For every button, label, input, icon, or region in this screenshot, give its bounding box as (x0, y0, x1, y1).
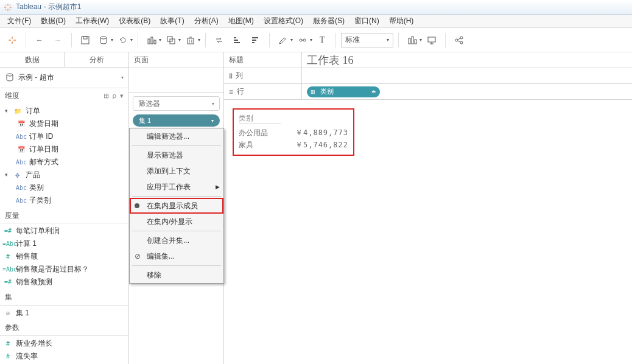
cm-show-in-out[interactable]: 在集内/外显示 (130, 214, 223, 229)
share-button[interactable] (451, 32, 468, 49)
swap-button[interactable] (211, 32, 228, 49)
cm-add-context[interactable]: 添加到上下文 (130, 163, 223, 179)
field-sales-forecast[interactable]: =#销售额预测 (0, 276, 128, 289)
filters-shelf[interactable]: 筛选器▾ (133, 96, 220, 111)
datasource-caret-icon: ▾ (121, 75, 124, 80)
filter-pill-set1[interactable]: 集 1▾ (133, 114, 220, 127)
menu-story[interactable]: 故事(T) (155, 15, 189, 27)
menu-server[interactable]: 服务器(S) (308, 15, 349, 27)
search-icon[interactable]: ρ (113, 92, 116, 99)
cm-remove[interactable]: 移除 (130, 267, 223, 283)
textlabel-button[interactable]: T (314, 32, 331, 49)
window-titlebar: Tableau - 示例超市1 (0, 0, 632, 15)
new-datasource-button[interactable] (95, 32, 112, 49)
presentation-button[interactable] (423, 32, 440, 49)
folder-product[interactable]: ▾ᚖ产品 (0, 169, 128, 181)
svg-rect-16 (151, 37, 153, 44)
field-category[interactable]: Abc类别 (0, 181, 128, 194)
sort-icon[interactable]: ≐ (371, 89, 376, 95)
cm-edit-set[interactable]: ⊘编辑集... (130, 248, 223, 264)
svg-point-30 (300, 39, 302, 41)
field-order-date[interactable]: 📅订单日期 (0, 143, 128, 156)
fit-combo[interactable]: 标准▾ (341, 33, 393, 47)
new-datasource-dropdown[interactable]: ▾ (111, 37, 113, 43)
duplicate-button[interactable] (163, 32, 180, 49)
menu-window[interactable]: 窗口(N) (349, 15, 384, 27)
tableau-icon[interactable] (4, 32, 21, 49)
tab-data[interactable]: 数据 (0, 52, 65, 67)
table-row[interactable]: 办公用品￥4,889,773 (239, 127, 348, 139)
svg-line-5 (10, 9, 11, 10)
expand-icon[interactable]: ⊞ (311, 89, 315, 95)
field-sales[interactable]: #销售额 (0, 250, 128, 263)
menu-data[interactable]: 数据(D) (36, 15, 71, 27)
clear-dropdown[interactable]: ▾ (198, 37, 200, 43)
field-subcategory[interactable]: Abc子类别 (0, 194, 128, 207)
new-worksheet-button[interactable] (143, 32, 160, 49)
folder-icon: 📁 (12, 108, 23, 114)
datasource-selector[interactable]: 示例 - 超市 ▾ (0, 68, 128, 88)
field-sales-flag[interactable]: =Abc销售额是否超过目标？ (0, 263, 128, 276)
new-worksheet-dropdown[interactable]: ▾ (159, 37, 161, 43)
menu-worksheet[interactable]: 工作表(W) (71, 15, 114, 27)
highlight-button[interactable] (275, 32, 292, 49)
cards-pane: 页面 筛选器▾ 集 1▾ 编辑筛选器... 显示筛选器 添加到上下文 应用于工作… (129, 52, 224, 364)
cm-show-filter[interactable]: 显示筛选器 (130, 147, 223, 163)
group-dropdown[interactable]: ▾ (310, 37, 312, 43)
cm-show-in-set[interactable]: 在集内显示成员 (130, 198, 223, 214)
sort-desc-button[interactable] (247, 32, 264, 49)
duplicate-dropdown[interactable]: ▾ (178, 37, 181, 43)
svg-rect-35 (415, 40, 416, 44)
view-icon[interactable]: ⊞ (104, 92, 109, 100)
showme-dropdown[interactable]: ▾ (420, 37, 422, 43)
folder-order[interactable]: ▾📁订单 (0, 105, 128, 117)
menu-caret-icon[interactable]: ▾ (120, 92, 124, 100)
text-icon: Abc (16, 133, 27, 140)
svg-rect-25 (234, 40, 238, 41)
table-row[interactable]: 家具￥5,746,822 (239, 139, 348, 151)
field-ship-date[interactable]: 📅发货日期 (0, 117, 128, 130)
number-icon: # (2, 353, 13, 360)
cm-create-combined[interactable]: 创建合并集... (130, 233, 223, 248)
cm-apply-ws[interactable]: 应用于工作表▶ (130, 179, 223, 195)
menu-analysis[interactable]: 分析(A) (189, 15, 223, 27)
param-trunc[interactable]: #流失率 (0, 350, 128, 363)
menu-format[interactable]: 设置格式(O) (259, 15, 308, 27)
refresh-button[interactable] (114, 32, 132, 49)
back-button[interactable]: ← (31, 32, 48, 49)
showme-button[interactable] (404, 32, 421, 49)
section-dimensions: 维度 (5, 91, 19, 101)
field-set1[interactable]: ⊘集 1 (0, 307, 128, 320)
section-measures: 度量 (5, 211, 19, 221)
number-icon: # (2, 340, 13, 347)
sort-asc-button[interactable] (229, 32, 246, 49)
save-button[interactable] (77, 32, 94, 49)
group-button[interactable] (294, 32, 311, 49)
row-pill-category[interactable]: ⊞ 类别 ≐ (307, 86, 380, 97)
number-icon: =# (2, 228, 13, 234)
worksheet-title[interactable]: 工作表 16 (307, 53, 354, 68)
tab-analysis[interactable]: 分析 (65, 52, 128, 67)
field-calc1[interactable]: =Abc计算 1 (0, 237, 128, 250)
refresh-dropdown[interactable]: ▾ (130, 37, 133, 43)
field-ship-mode[interactable]: Abc邮寄方式 (0, 156, 128, 169)
cm-edit-filter[interactable]: 编辑筛选器... (130, 128, 223, 144)
window-title: Tableau - 示例超市1 (16, 2, 81, 12)
number-icon: # (2, 253, 13, 260)
text-icon: Abc (16, 159, 27, 166)
rows-shelf[interactable]: ⊞ 类别 ≐ (302, 84, 632, 99)
columns-shelf[interactable] (302, 68, 632, 83)
field-order-id[interactable]: Abc订单 ID (0, 130, 128, 143)
menu-help[interactable]: 帮助(H) (384, 15, 419, 27)
svg-rect-33 (409, 38, 410, 44)
svg-point-39 (455, 39, 458, 41)
field-profit-per-order[interactable]: =#每笔订单利润 (0, 225, 128, 237)
param-new-growth[interactable]: #新业务增长 (0, 337, 128, 350)
forward-button[interactable]: → (49, 32, 66, 49)
menu-file[interactable]: 文件(F) (2, 15, 36, 27)
menu-map[interactable]: 地图(M) (223, 15, 259, 27)
date-icon: 📅 (16, 146, 27, 153)
clear-button[interactable] (182, 32, 199, 49)
highlight-dropdown[interactable]: ▾ (290, 37, 293, 43)
menu-dashboard[interactable]: 仪表板(B) (114, 15, 155, 27)
